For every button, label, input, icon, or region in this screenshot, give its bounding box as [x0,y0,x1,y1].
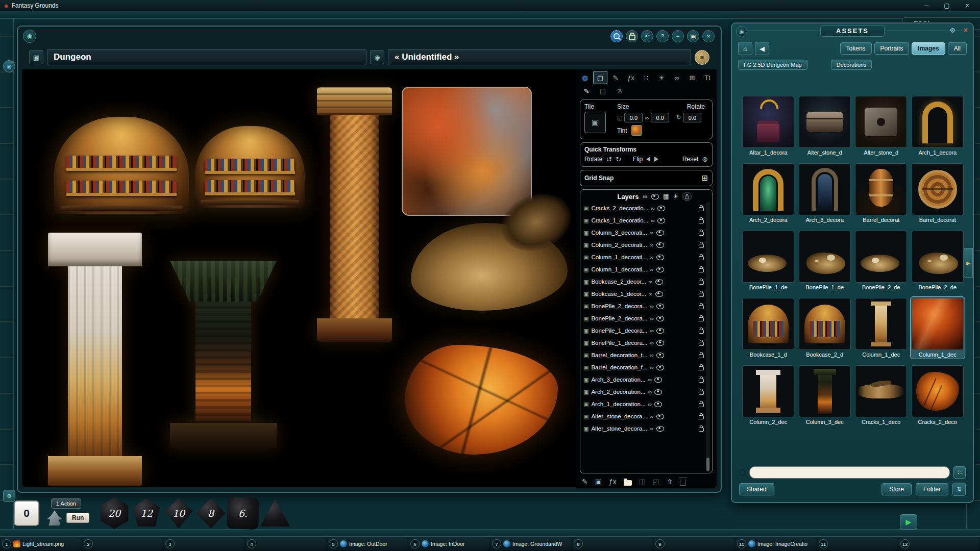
minimize-button[interactable]: ─ [918,1,935,10]
layer-lock-icon[interactable] [699,317,704,321]
canvas-image-column-dark[interactable] [170,261,277,448]
layer-lock-icon[interactable] [699,354,704,358]
layer-row[interactable]: ▣ Column_2_decorati... ∞ [582,239,704,251]
hotkey-slot[interactable]: 2 [82,538,163,550]
image-icon[interactable]: ▣ [29,50,43,64]
layer-lock-icon[interactable] [699,403,704,407]
assets-logo-icon[interactable]: ◉ [736,26,747,37]
gear-icon[interactable]: ⚙ [949,27,955,34]
fx-icon[interactable]: ƒx [624,71,638,84]
world-icon[interactable]: ◍ [578,71,592,84]
hotkey-slot[interactable]: 10 Image: ImageCreatio [736,538,816,550]
tab-tokens[interactable]: Tokens [840,42,872,55]
rotate-icon[interactable]: ↻ [676,114,681,121]
window-minimize-button[interactable]: − [672,30,684,42]
asset-item[interactable]: BonePile_1_de [798,230,852,291]
pencil-icon[interactable]: ✎ [581,86,592,96]
layer-row[interactable]: ▣ Column_3_decorati... ∞ [582,227,704,239]
layer-link-icon[interactable]: ∞ [650,315,654,321]
layer-link-icon[interactable]: ∞ [651,205,655,211]
lock-button[interactable] [626,30,638,42]
asset-item[interactable]: Column_1_dec [911,297,965,359]
stamp-icon[interactable]: ▤ [597,86,608,96]
layer-row[interactable]: ▣ BonePile_2_decora... ∞ [582,300,704,312]
tab-all[interactable]: All [948,42,967,55]
layer-row[interactable]: ▣ Bookcase_2_decor... ∞ [582,276,704,288]
layer-link-icon[interactable]: ∞ [651,217,655,223]
canvas-image-bookcase-1[interactable] [54,117,189,214]
layer-row[interactable]: ▣ BonePile_1_decora... ∞ [582,337,704,349]
layer-visibility-icon[interactable] [655,279,663,285]
tile-thumbnail[interactable]: ▣ [584,112,606,133]
move-layer-top-icon[interactable]: ⇧ [667,478,673,486]
layer-visibility-icon[interactable] [656,340,664,346]
layer-row[interactable]: ▣ Alter_stone_decora... ∞ [582,410,704,422]
layer-link-icon[interactable]: ∞ [650,266,654,272]
panel-collapse-handle[interactable]: ▶ [964,248,973,278]
hotkey-slot[interactable]: 6 Image: InDoor [409,538,489,550]
view-grid-button[interactable]: ∷ [953,466,966,479]
layer-link-icon[interactable]: ∞ [650,352,654,358]
size-width-input[interactable] [624,113,643,122]
copy-layer-icon[interactable]: ◫ [639,478,646,486]
asset-item[interactable]: Arch_3_decora [798,162,852,224]
layer-lock-icon[interactable] [699,366,704,370]
share-button[interactable]: ↶ [641,30,653,42]
hotkey-slot[interactable]: 1 Light_stream.png [1,538,81,550]
layer-visibility-icon[interactable] [654,389,662,395]
layer-link-icon[interactable]: ∞ [650,242,654,248]
grid-icon[interactable]: ∷ [639,71,653,84]
size-height-input[interactable] [651,113,669,122]
layer-visibility-icon[interactable] [656,304,664,309]
asset-item[interactable]: Cracks_1_deco [854,364,909,426]
paste-layer-icon[interactable]: ◰ [653,478,659,486]
layer-lock-icon[interactable] [699,391,704,395]
die[interactable]: 12 [131,497,162,529]
tab-portraits[interactable]: Portraits [874,42,910,55]
die[interactable]: 6. [227,497,259,530]
hotkey-slot[interactable]: 7 Image: GroundandW [491,538,571,550]
tab-images[interactable]: Images [912,42,945,55]
layer-visibility-icon[interactable] [656,316,664,321]
layer-link-icon[interactable]: ∞ [650,340,654,346]
user-button[interactable]: ◉ [3,60,15,72]
scrollbar-thumb[interactable] [706,458,709,471]
layer-visibility-icon[interactable] [656,255,664,260]
layers-scrollbar[interactable] [706,202,710,472]
tint-swatch[interactable] [631,125,642,136]
asset-item[interactable]: Arch_2_decora [741,162,796,224]
settings-button[interactable]: ⚙ [3,490,15,502]
layer-visibility-icon[interactable] [656,230,664,236]
rotate-input[interactable] [683,113,701,122]
lock-all-button[interactable] [682,192,692,201]
layer-lock-icon[interactable] [699,219,704,223]
hotkey-slot[interactable]: 3 [164,538,244,550]
map-canvas[interactable] [22,69,576,487]
radial-menu-button[interactable]: ≡ [695,50,709,65]
assets-close-icon[interactable]: × [964,26,968,34]
asset-item[interactable]: BonePile_2_de [911,230,965,291]
layer-lock-icon[interactable] [699,415,704,419]
layer-visibility-icon[interactable] [656,365,664,370]
asset-item[interactable]: Barrel_decorat [854,162,909,224]
table-icon[interactable]: ⊞ [685,71,699,84]
layer-row[interactable]: ▣ Arch_2_decoration... ∞ [582,386,704,398]
layer-row[interactable]: ▣ Column_1_decorati... ∞ [582,263,704,276]
add-image-layer-icon[interactable]: ▣ [595,478,602,486]
asset-item[interactable]: BonePile_2_de [854,230,909,291]
layer-lock-icon[interactable] [699,330,704,334]
layer-visibility-icon[interactable] [656,267,664,272]
layer-lock-icon[interactable] [699,256,704,260]
visibility-all-icon[interactable] [651,194,659,199]
layer-lock-icon[interactable] [699,244,704,248]
layer-visibility-icon[interactable] [656,414,664,419]
hotkey-slot[interactable]: 8 [572,538,653,550]
breadcrumb-folder[interactable]: Decorations [831,60,872,70]
layer-lock-icon[interactable] [699,281,704,285]
layer-lock-icon[interactable] [699,232,704,236]
refresh-icon[interactable]: ⇅ [952,483,966,496]
run-button[interactable]: Run [66,513,89,523]
reset-icon[interactable]: ⊗ [702,155,708,163]
select-frame-icon[interactable]: ▢ [593,71,607,84]
layers-grid-icon[interactable]: ▦ [663,193,669,200]
